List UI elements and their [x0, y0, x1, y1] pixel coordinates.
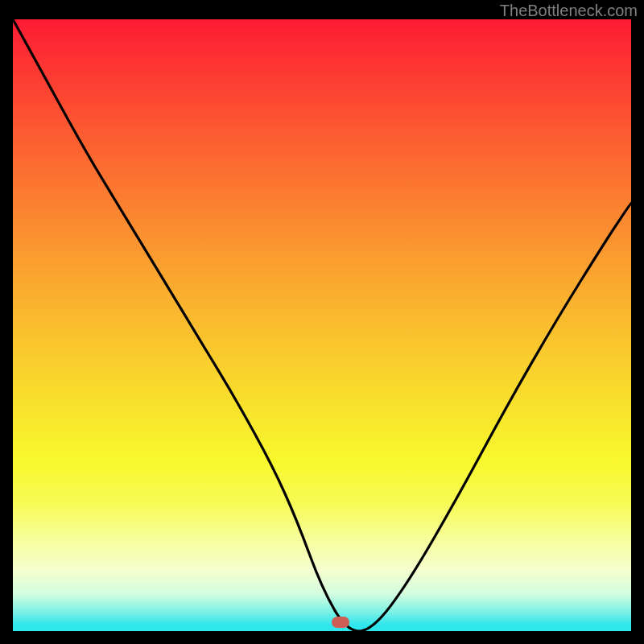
attribution-text: TheBottleneck.com	[500, 2, 638, 20]
chart-stage: TheBottleneck.com	[0, 0, 644, 644]
optimal-point-marker	[332, 617, 349, 628]
gradient-plot-area	[13, 19, 631, 631]
